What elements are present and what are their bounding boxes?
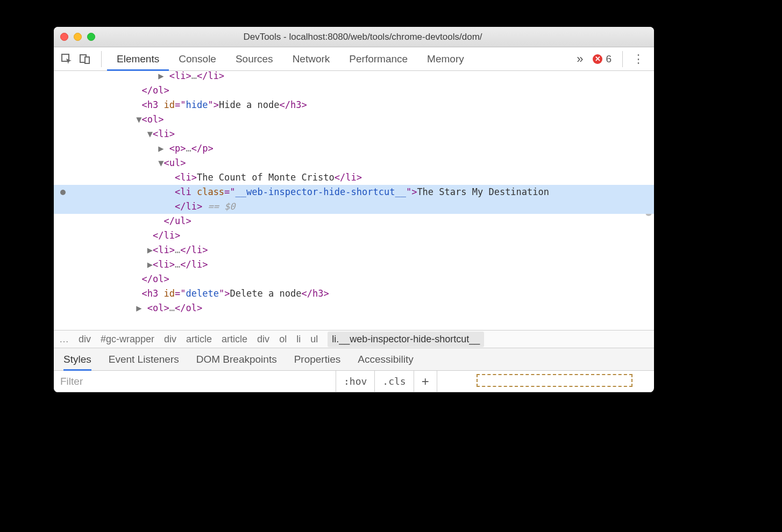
expand-toggle-icon[interactable]: ▶ xyxy=(158,71,169,83)
dom-line[interactable]: ▶<li>…</li> xyxy=(54,257,654,272)
window-minimize-button[interactable] xyxy=(74,33,82,41)
main-tabs: Elements Console Sources Network Perform… xyxy=(107,47,572,71)
collapse-toggle-icon[interactable]: ▼ xyxy=(147,127,153,141)
crumb[interactable]: article xyxy=(222,334,247,345)
styles-toolbar-buttons: :hov .cls + xyxy=(336,371,437,392)
tab-elements[interactable]: Elements xyxy=(107,47,169,71)
styles-filter-input[interactable] xyxy=(54,371,336,392)
dom-line[interactable]: <h3 id="hide">Hide a node</h3> xyxy=(54,98,654,112)
box-model-preview xyxy=(437,371,654,376)
subtab-dom-breakpoints[interactable]: DOM Breakpoints xyxy=(196,348,277,371)
toolbar-separator xyxy=(622,51,623,67)
window-titlebar: DevTools - localhost:8080/web/tools/chro… xyxy=(54,27,654,47)
collapse-toggle-icon[interactable]: ▼ xyxy=(136,112,141,127)
subtab-accessibility[interactable]: Accessibility xyxy=(358,348,413,371)
crumb[interactable]: article xyxy=(186,334,212,345)
traffic-lights xyxy=(60,33,95,41)
window-close-button[interactable] xyxy=(60,33,68,41)
expand-toggle-icon[interactable]: ▶ xyxy=(158,141,169,156)
error-count-badge[interactable]: ✕ 6 xyxy=(593,53,612,65)
dom-line-selected[interactable]: <li class="__web-inspector-hide-shortcut… xyxy=(54,185,654,199)
dom-breadcrumbs: … div #gc-wrapper div article article di… xyxy=(54,330,654,348)
box-model-margin-outline xyxy=(477,374,632,387)
error-count: 6 xyxy=(606,53,612,65)
svg-rect-2 xyxy=(85,57,89,63)
dom-line[interactable]: ▶<li>…</li> xyxy=(54,243,654,257)
error-icon: ✕ xyxy=(593,54,602,64)
crumb[interactable]: div xyxy=(257,334,269,345)
crumb[interactable]: #gc-wrapper xyxy=(101,334,154,345)
dom-line[interactable]: </ol> xyxy=(54,83,654,98)
devtools-window: DevTools - localhost:8080/web/tools/chro… xyxy=(54,27,654,392)
crumb[interactable]: ul xyxy=(310,334,318,345)
elements-dom-tree[interactable]: ▶ <li>…</li> </ol> <h3 id="hide">Hide a … xyxy=(54,71,654,330)
tab-console[interactable]: Console xyxy=(169,47,226,71)
tab-sources[interactable]: Sources xyxy=(226,47,283,71)
crumb[interactable]: ol xyxy=(279,334,287,345)
device-toolbar-icon[interactable] xyxy=(77,52,93,67)
toolbar-separator xyxy=(101,51,102,67)
dom-line[interactable]: ▶ <p>…</p> xyxy=(54,141,654,156)
crumb[interactable]: div xyxy=(164,334,176,345)
styles-toolbar: :hov .cls + xyxy=(54,371,654,392)
expand-toggle-icon[interactable]: ▶ xyxy=(147,243,153,257)
inspect-element-icon[interactable] xyxy=(59,52,74,67)
more-tabs-icon[interactable]: » xyxy=(572,52,587,66)
subtab-properties[interactable]: Properties xyxy=(294,348,341,371)
dom-line[interactable]: <h3 id="delete">Delete a node</h3> xyxy=(54,286,654,301)
crumb-selected[interactable]: li.__web-inspector-hide-shortcut__ xyxy=(328,332,484,347)
dom-line[interactable]: ▶ <li>…</li> xyxy=(54,71,654,83)
expand-toggle-icon[interactable]: ▶ xyxy=(136,301,147,315)
toggle-hov-button[interactable]: :hov xyxy=(336,371,375,392)
toggle-cls-button[interactable]: .cls xyxy=(375,371,414,392)
expand-toggle-icon[interactable]: ▶ xyxy=(147,257,153,272)
dom-line[interactable]: </ul> xyxy=(54,214,654,228)
tab-performance[interactable]: Performance xyxy=(339,47,417,71)
crumb[interactable]: div xyxy=(79,334,91,345)
sidebar-tabs: Styles Event Listeners DOM Breakpoints P… xyxy=(54,348,654,371)
window-title: DevTools - localhost:8080/web/tools/chro… xyxy=(105,32,648,42)
dom-line[interactable]: ▼<li> xyxy=(54,127,654,141)
crumb-overflow[interactable]: … xyxy=(59,334,69,345)
collapse-toggle-icon[interactable]: ▼ xyxy=(158,156,163,170)
settings-menu-icon[interactable]: ⋮ xyxy=(628,52,649,66)
dom-line[interactable]: ▶ <ol>…</ol> xyxy=(54,301,654,315)
subtab-event-listeners[interactable]: Event Listeners xyxy=(109,348,179,371)
window-maximize-button[interactable] xyxy=(87,33,95,41)
subtab-styles[interactable]: Styles xyxy=(63,348,91,371)
dom-line[interactable]: </ol> xyxy=(54,272,654,286)
dom-line-selected[interactable]: </li> == $0 xyxy=(54,199,654,214)
new-style-rule-button[interactable]: + xyxy=(414,371,437,392)
tab-network[interactable]: Network xyxy=(283,47,340,71)
crumb[interactable]: li xyxy=(296,334,301,345)
hidden-node-indicator-icon xyxy=(60,190,66,195)
tab-memory[interactable]: Memory xyxy=(417,47,474,71)
dom-line[interactable]: ▼<ul> xyxy=(54,156,654,170)
dom-line[interactable]: <li>The Count of Monte Cristo</li> xyxy=(54,170,654,185)
dom-line[interactable]: ▼<ol> xyxy=(54,112,654,127)
devtools-toolbar: Elements Console Sources Network Perform… xyxy=(54,47,654,71)
dom-line[interactable]: </li> xyxy=(54,228,654,243)
